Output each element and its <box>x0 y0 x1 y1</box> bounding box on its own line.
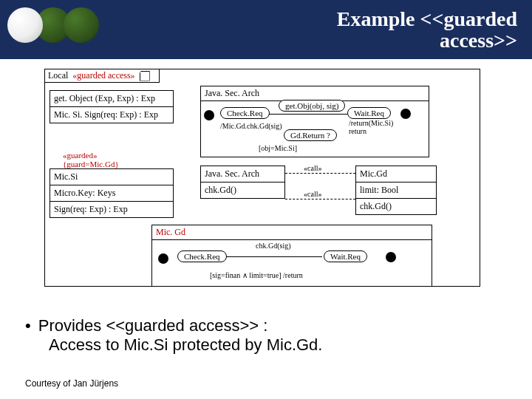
op-sign: Mic. Si. Sign(req: Exp) : Exp <box>50 107 173 123</box>
micgd-statechart-frame: Mic. Gd Check.Req chk.Gd(sig) Wait.Req [… <box>151 225 432 287</box>
arrow-1 <box>269 114 347 115</box>
logo-sphere-white <box>7 7 43 43</box>
mid-micgd-title: Mic.Gd <box>356 166 436 183</box>
slide-header: Example <<guarded access>> <box>0 0 532 59</box>
bullet-text: • Provides <<guarded access>> : Access t… <box>25 316 505 355</box>
mid-jsa-method: chk.Gd() <box>201 183 284 198</box>
mid-micgd-box: Mic.Gd limit: Bool chk.Gd() <box>355 166 437 215</box>
final-state-dot <box>400 109 411 119</box>
logo-cluster <box>15 7 99 43</box>
call-line-2 <box>285 199 355 200</box>
op-getobject: get. Object (Exp, Exp) : Exp <box>50 91 173 107</box>
diagram-frame: Local «guarded access» get. Object (Exp,… <box>44 69 480 287</box>
bullet-line-1: Provides <<guarded access>> : <box>38 316 268 335</box>
initial-state-dot <box>204 110 214 120</box>
call-line-1 <box>285 173 355 174</box>
micsi-attr: Micro.Key: Keys <box>50 185 173 202</box>
slide-footer: Courtesy of Jan Jürjens <box>25 378 118 389</box>
micsi-class-box: Mic.Si Micro.Key: Keys Sign(req: Exp) : … <box>50 168 174 218</box>
jsa-statechart: Check.Req get.Obj(obj, sig) Wait.Req /Mi… <box>201 101 429 157</box>
pentagon-icon <box>140 71 150 81</box>
micgd-initial-dot <box>158 253 168 264</box>
logo-sphere-green-2 <box>64 7 99 43</box>
call-label-2: «call» <box>304 190 321 198</box>
guard-obj-micsi: [obj=Mic.Si] <box>259 144 297 152</box>
micgd-chkgdsig: chk.Gd(sig) <box>256 242 291 250</box>
micsi-op: Sign(req: Exp) : Exp <box>50 202 173 217</box>
label-return-micsi: /return(Mic.Si) return <box>349 119 393 135</box>
micsi-name: Mic.Si <box>50 169 173 185</box>
micgd-arrow <box>226 256 322 257</box>
mid-micgd-limit: limit: Bool <box>356 183 436 199</box>
local-tab: Local «guarded access» <box>44 69 160 83</box>
label-micgd-chkgd: /Mic.Gd.chk.Gd(sig) <box>220 122 282 130</box>
micgd-body: Check.Req chk.Gd(sig) Wait.Req [sig=fina… <box>152 240 432 286</box>
micgd-title: Mic. Gd <box>152 225 432 240</box>
slide-title: Example <<guarded access>> <box>337 8 517 52</box>
micgd-check-req: Check.Req <box>177 250 227 262</box>
left-operations-box-1: get. Object (Exp, Exp) : Exp Mic. Si. Si… <box>50 90 174 123</box>
mid-micgd-method: chk.Gd() <box>356 199 436 214</box>
guarded-access-stereotype: «guarded access» <box>72 70 134 81</box>
bullet-dot: • <box>25 316 31 335</box>
bullet-line-2: Access to Mic.Si protected by Mic.Gd. <box>25 335 505 355</box>
state-gd-return: Gd.Return ? <box>284 129 337 141</box>
state-wait-req: Wait.Req <box>347 107 391 119</box>
local-label: Local <box>48 70 68 81</box>
mid-jsa-box: Java. Sec. Arch chk.Gd() <box>200 166 285 199</box>
java-sec-arch-block: Java. Sec. Arch Check.Req get.Obj(obj, s… <box>200 86 429 157</box>
state-check-req: Check.Req <box>220 107 270 119</box>
micgd-final-dot <box>386 252 396 262</box>
mid-jsa-title: Java. Sec. Arch <box>201 166 284 183</box>
guarded-stereotype: «guarded» {guard=Mic.Gd} <box>63 151 119 168</box>
call-label-1: «call» <box>304 164 321 172</box>
micgd-guard-return: [sig=finan ∧ limit=true] /return <box>210 271 303 279</box>
uml-diagram: Local «guarded access» get. Object (Exp,… <box>44 63 480 307</box>
trigger-getobj: get.Obj(obj, sig) <box>279 100 345 112</box>
micgd-wait-req: Wait.Req <box>324 250 367 262</box>
jsa-title: Java. Sec. Arch <box>201 86 429 101</box>
